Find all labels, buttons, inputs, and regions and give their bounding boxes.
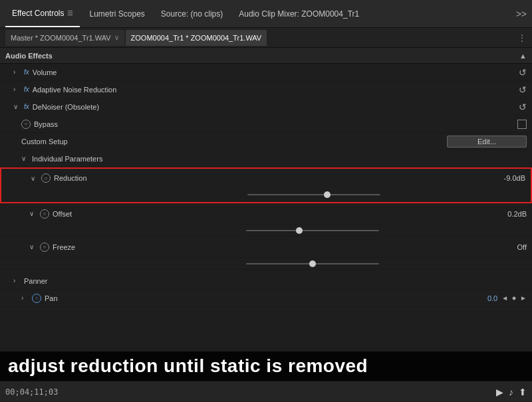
reduction-value[interactable]: -9.0dB (504, 174, 525, 182)
effect-label: Individual Parameters (32, 155, 102, 163)
tab-menu-icon[interactable]: ☰ (67, 9, 73, 17)
row-right: Edit... (447, 136, 527, 148)
effect-row-reduction: ∨ ○ Reduction -9.0dB (1, 169, 531, 187)
secondary-tab-bar: Master * ZOOM0004_Tr1.WAV ∨ ZOOM0004_Tr1… (0, 28, 532, 48)
reduction-slider-container (1, 187, 531, 202)
chevron-right-icon[interactable]: › (13, 86, 21, 93)
undo-button[interactable]: ↺ (519, 84, 527, 95)
reset-button[interactable]: ○ (40, 209, 49, 219)
sec-tab-label: ZOOM0004_Tr1 * ZOOM0004_Tr1.WAV (131, 34, 262, 42)
effects-panel: Audio Effects ▲ › fx Volume ↺ › fx Adapt… (0, 48, 532, 353)
tab-label: Audio Clip Mixer: ZOOM0004_Tr1 (239, 9, 359, 19)
effect-label: Adaptive Noise Reduction (33, 86, 117, 94)
offset-value[interactable]: 0.2dB (507, 210, 527, 218)
overflow-button[interactable]: >> (516, 9, 527, 19)
nav-left-icon[interactable]: ◄ (501, 294, 508, 302)
tab-audio-clip-mixer[interactable]: Audio Clip Mixer: ZOOM0004_Tr1 (232, 0, 366, 27)
freeze-slider-container (0, 258, 532, 270)
reduction-slider-thumb[interactable] (324, 191, 331, 198)
fx-badge: fx (24, 68, 29, 76)
bypass-checkbox[interactable] (517, 120, 527, 129)
pan-value[interactable]: 0.0 (487, 294, 497, 302)
tab-label: Source: (no clips) (161, 9, 223, 19)
reset-button[interactable]: ○ (32, 294, 41, 303)
sec-tab-label: Master * ZOOM0004_Tr1.WAV (11, 34, 111, 42)
tab-lumetri-scopes[interactable]: Lumetri Scopes (82, 0, 151, 27)
effect-label: Reduction (54, 174, 87, 182)
effect-row-freeze: ∨ ○ Freeze Off (0, 237, 532, 258)
row-right: ↺ (519, 84, 527, 95)
chevron-down-icon[interactable]: ∨ (29, 210, 37, 217)
undo-button[interactable]: ↺ (519, 67, 527, 78)
effect-row-adaptive-noise: › fx Adaptive Noise Reduction ↺ (0, 81, 532, 98)
effect-label: Custom Setup (21, 138, 68, 146)
top-tab-bar: Effect Controls ☰ Lumetri Scopes Source:… (0, 0, 532, 28)
row-right: ↺ (519, 102, 527, 112)
effect-label: Freeze (53, 243, 75, 251)
chevron-down-icon[interactable]: ∨ (114, 34, 119, 41)
fx-badge: fx (24, 103, 29, 110)
row-right: 0.0 ◄ ◆ ► (487, 294, 527, 302)
sec-tab-zoom[interactable]: ZOOM0004_Tr1 * ZOOM0004_Tr1.WAV (126, 30, 267, 46)
edit-button[interactable]: Edit... (447, 136, 527, 148)
tab-label: Effect Controls (12, 9, 64, 18)
panner-label: Panner (24, 277, 47, 285)
fx-badge: fx (24, 86, 29, 93)
highlighted-reduction-container: ∨ ○ Reduction -9.0dB (0, 167, 532, 203)
music-icon[interactable]: ♪ (509, 387, 513, 397)
offset-slider[interactable] (246, 230, 379, 231)
effect-row-individual-params: ∨ Individual Parameters (0, 150, 532, 167)
bottom-bar: 00;04;11;03 ▶ ♪ ⬆ (0, 381, 532, 402)
chevron-down-icon[interactable]: ∨ (29, 243, 37, 251)
tab-label: Lumetri Scopes (89, 9, 144, 19)
section-label: Audio Effects (5, 52, 53, 60)
audio-effects-header: Audio Effects ▲ (0, 48, 532, 64)
effect-label: DeNoiser (Obsolete) (33, 103, 99, 111)
bottom-right-controls: ▶ ♪ ⬆ (496, 387, 527, 397)
effect-row-bypass: ○ Bypass (0, 116, 532, 133)
chevron-down-icon[interactable]: ∨ (31, 175, 39, 182)
panel-settings-icon[interactable]: ⋮ (517, 33, 527, 43)
nav-diamond-icon[interactable]: ◆ (512, 295, 516, 301)
tab-source[interactable]: Source: (no clips) (154, 0, 229, 27)
freeze-slider[interactable] (246, 263, 379, 264)
reset-button[interactable]: ○ (40, 243, 49, 252)
effect-row-panner: › Panner (0, 272, 532, 290)
chevron-right-icon[interactable]: › (13, 68, 21, 76)
timecode: 00;04;11;03 (5, 387, 58, 397)
freeze-slider-thumb[interactable] (309, 260, 316, 267)
effect-label: Offset (53, 210, 72, 218)
reduction-slider[interactable] (247, 194, 380, 195)
pan-label: Pan (45, 294, 58, 302)
row-right: -9.0dB (504, 174, 525, 182)
export-icon[interactable]: ⬆ (519, 387, 527, 397)
play-button[interactable]: ▶ (496, 387, 503, 397)
sec-tab-master[interactable]: Master * ZOOM0004_Tr1.WAV ∨ (5, 30, 124, 46)
tab-effect-controls[interactable]: Effect Controls ☰ (5, 0, 80, 27)
offset-slider-thumb[interactable] (296, 227, 303, 234)
freeze-value[interactable]: Off (517, 243, 527, 251)
effect-label: Bypass (34, 120, 58, 128)
row-right: ↺ (519, 67, 527, 78)
effect-row-volume: › fx Volume ↺ (0, 64, 532, 81)
chevron-down-icon[interactable]: ∨ (21, 155, 29, 162)
row-right: 0.2dB (507, 210, 527, 218)
offset-slider-container (0, 225, 532, 237)
effect-row-custom-setup: Custom Setup Edit... (0, 133, 532, 150)
row-right (517, 120, 527, 129)
scroll-up-button[interactable]: ▲ (519, 52, 527, 60)
effect-row-offset: ∨ ○ Offset 0.2dB (0, 203, 532, 225)
subtitle-bar: adjust reduction until static is removed (0, 352, 532, 381)
undo-button[interactable]: ↺ (519, 102, 527, 112)
chevron-right-icon[interactable]: › (21, 294, 29, 302)
chevron-down-icon[interactable]: ∨ (13, 103, 21, 110)
effect-row-denoiser: ∨ fx DeNoiser (Obsolete) ↺ (0, 98, 532, 116)
effect-label: Volume (33, 68, 57, 76)
subtitle-text: adjust reduction until static is removed (8, 355, 368, 377)
reset-button[interactable]: ○ (21, 120, 31, 129)
chevron-right-icon[interactable]: › (13, 277, 21, 284)
nav-right-icon[interactable]: ► (520, 294, 527, 302)
row-right: Off (517, 243, 527, 251)
reset-button[interactable]: ○ (41, 173, 51, 183)
effect-row-pan: › ○ Pan 0.0 ◄ ◆ ► (0, 290, 532, 307)
